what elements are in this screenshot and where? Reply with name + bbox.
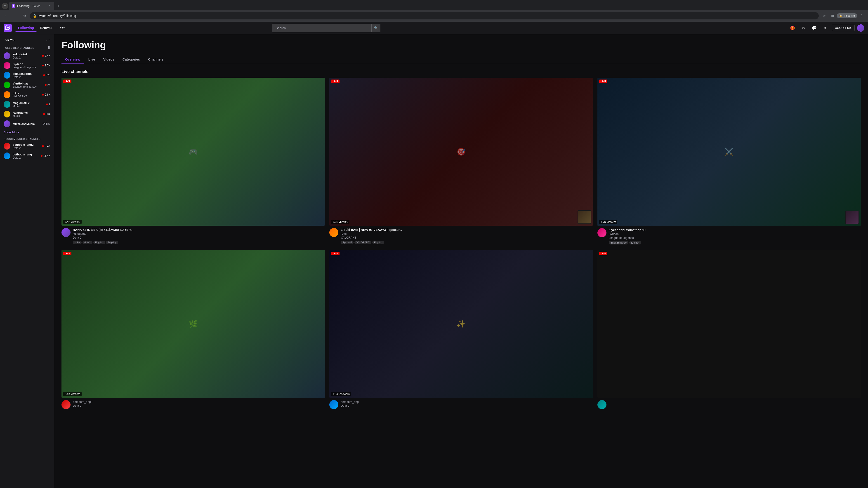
stream-category-sydeon[interactable]: League of Legends bbox=[609, 236, 861, 239]
tab-channels[interactable]: Channels bbox=[145, 55, 167, 64]
channel-item-mikarosemusic[interactable]: MikaRoseMusic Offline bbox=[1, 119, 53, 129]
channel-viewers-solapsapdota: 523 bbox=[43, 74, 51, 77]
channel-game-rayrachel: Music bbox=[13, 114, 41, 118]
channel-info-vanholiday: VanHoliday Escape from Tarkov bbox=[13, 82, 42, 88]
live-dot-rayrachel bbox=[43, 113, 45, 115]
stream-tag-tagalog[interactable]: Tagalog bbox=[106, 240, 119, 244]
stream-category-nats[interactable]: VALORANT bbox=[341, 236, 593, 239]
incognito-badge[interactable]: 🕵 Incognito bbox=[837, 13, 857, 18]
chat-button[interactable]: 💬 bbox=[810, 24, 818, 32]
stream-tag-english3[interactable]: English bbox=[629, 241, 641, 245]
channel-item-rayrachel[interactable]: RayRachel Music 804 bbox=[1, 109, 53, 119]
live-dot-nats bbox=[42, 94, 44, 96]
followed-channels-sort[interactable]: ⇅ bbox=[48, 46, 51, 50]
sidebar-collapse-button[interactable]: ↩ bbox=[46, 37, 50, 42]
live-dot-sydeon bbox=[42, 65, 44, 66]
live-channels-title: Live channels bbox=[61, 69, 861, 74]
stream-tag-english1[interactable]: English bbox=[93, 240, 105, 244]
for-you-item[interactable]: For You ↩ bbox=[1, 36, 53, 44]
channel-item-betboom-eng[interactable]: betboom_eng Dota 2 11.4K bbox=[1, 151, 53, 161]
forward-button[interactable]: → bbox=[12, 12, 19, 20]
stream-streamer-kukudota2[interactable]: kukudota2 bbox=[73, 232, 325, 235]
thumb-content-nats: 🎯 bbox=[329, 78, 593, 226]
avatar[interactable] bbox=[857, 24, 864, 32]
stream-category-betboom2[interactable]: Dota 2 bbox=[73, 404, 325, 408]
get-ad-free-button[interactable]: Get Ad-Free bbox=[832, 25, 855, 31]
channel-item-solapsapdota[interactable]: solapsapdota Dota 2 523 bbox=[1, 70, 53, 80]
refresh-button[interactable]: ↻ bbox=[21, 12, 28, 20]
channel-item-magic899tv[interactable]: Magic899TV Music 2 bbox=[1, 100, 53, 109]
tab-prev-button[interactable]: ▾ bbox=[2, 3, 8, 9]
nav-link-browse[interactable]: Browse bbox=[37, 24, 55, 32]
stream-card-betboom[interactable]: ✨ LIVE 11.4K viewers betboom_eng Dota 2 bbox=[329, 250, 593, 410]
bookmark-button[interactable]: ☆ bbox=[820, 12, 828, 20]
viewer-count-badge-kukudota2: 3.4K viewers bbox=[63, 220, 82, 224]
stream-category-kukudota2[interactable]: Dota 2 bbox=[73, 236, 325, 239]
stream-card-kukudota2[interactable]: 🎮 LIVE 3.4K viewers RANK 44 IN SEA :))) … bbox=[61, 78, 325, 245]
stream-card-betboom2[interactable]: 🌿 LIVE 3.4K viewers betboom_eng2 Dota 2 bbox=[61, 250, 325, 410]
stream-streamer-betboom[interactable]: betboom_eng bbox=[341, 400, 593, 403]
stream-avatar-betboom2 bbox=[61, 400, 70, 409]
stream-title-kukudota2: RANK 44 IN SEA :))) #11kMMRPLAYER... bbox=[73, 228, 325, 232]
stream-streamer-betboom2[interactable]: betboom_eng2 bbox=[73, 400, 325, 403]
followed-channels-title: FOLLOWED CHANNELS bbox=[4, 46, 34, 49]
nav-link-following[interactable]: Following bbox=[16, 24, 37, 32]
channel-viewers-betboom-eng: 11.4K bbox=[41, 154, 51, 158]
stream-streamer-sydeon[interactable]: Sydeon bbox=[609, 232, 861, 236]
tab-close-button[interactable]: × bbox=[48, 4, 52, 8]
crown-button[interactable]: ♦ bbox=[821, 24, 829, 32]
channel-info-sydeon: Sydeon League of Legends bbox=[13, 62, 40, 69]
channel-item-vanholiday[interactable]: VanHoliday Escape from Tarkov 25 bbox=[1, 80, 53, 90]
tab-categories[interactable]: Categories bbox=[119, 55, 144, 64]
stream-tag-russian[interactable]: Русский bbox=[341, 240, 353, 244]
stream-card-nats[interactable]: 🎯 LIVE 2.8K viewers Liquid nAts | NEW !G… bbox=[329, 78, 593, 245]
viewer-count-betboom-eng: 11.4K bbox=[43, 154, 51, 158]
stream-card-dark[interactable]: LIVE bbox=[597, 250, 861, 410]
message-button[interactable]: ✉ bbox=[799, 24, 807, 32]
channel-avatar-kukudota2 bbox=[4, 53, 10, 59]
address-bar[interactable]: 🔒 twitch.tv/directory/following bbox=[30, 12, 819, 20]
browser-menu-button[interactable]: ⋮ bbox=[858, 12, 865, 20]
stream-details-nats: Liquid nAts | NEW !GIVEAWAY | !розыг... … bbox=[341, 228, 593, 244]
stream-thumbnail-kukudota2: 🎮 LIVE 3.4K viewers bbox=[61, 78, 325, 226]
stream-tag-kuku[interactable]: kuku bbox=[73, 240, 82, 244]
stream-tag-english2[interactable]: English bbox=[372, 240, 384, 244]
search-button[interactable]: 🔍 bbox=[371, 24, 380, 32]
channel-avatar-rayrachel bbox=[4, 111, 10, 118]
channel-name-kukudota2: kukudota2 bbox=[13, 53, 40, 56]
channel-avatar-betboom-eng2 bbox=[4, 143, 10, 150]
channel-item-nats[interactable]: nAts VALORANT 2.8K bbox=[1, 90, 53, 99]
channel-item-sydeon[interactable]: Sydeon League of Legends 1.7K bbox=[1, 61, 53, 70]
tab-overview[interactable]: Overview bbox=[61, 55, 84, 64]
new-tab-button[interactable]: + bbox=[55, 3, 61, 9]
tab-videos[interactable]: Videos bbox=[100, 55, 118, 64]
back-button[interactable]: ← bbox=[3, 12, 10, 20]
stream-streamer-nats[interactable]: nAts bbox=[341, 232, 593, 235]
show-more-button[interactable]: Show More bbox=[0, 129, 54, 136]
nav-more-button[interactable]: ••• bbox=[59, 24, 66, 32]
twitch-app: Following Browse ••• 🔍 🎁 ✉ 💬 ♦ Get Ad-Fr… bbox=[0, 22, 868, 488]
stream-tag-dota2[interactable]: dota2 bbox=[83, 240, 92, 244]
top-nav: Following Browse ••• 🔍 🎁 ✉ 💬 ♦ Get Ad-Fr… bbox=[0, 22, 868, 34]
stream-tag-valorant[interactable]: VALORANT bbox=[354, 240, 371, 244]
channel-info-rayrachel: RayRachel Music bbox=[13, 111, 41, 118]
extensions-button[interactable]: ⊞ bbox=[829, 12, 836, 20]
facecam-nats bbox=[578, 210, 591, 224]
channel-item-betboom-eng2[interactable]: betboom_eng2 Dota 2 3.4K bbox=[1, 141, 53, 151]
incognito-icon: 🕵 bbox=[839, 14, 842, 18]
channel-name-betboom-eng: betboom_eng bbox=[13, 153, 38, 156]
channel-avatar-sydeon bbox=[4, 62, 10, 69]
active-tab[interactable]: Following - Twitch × bbox=[9, 2, 54, 10]
stream-card-sydeon[interactable]: ⚔️ LIVE 1.7K viewers 5:30:54 5 year anni… bbox=[597, 78, 861, 245]
search-input[interactable] bbox=[272, 24, 380, 32]
stream-category-betboom[interactable]: Dota 2 bbox=[341, 404, 593, 408]
twitch-logo[interactable] bbox=[4, 24, 12, 32]
channel-item-kukudota2[interactable]: kukudota2 Dota 2 3.4K bbox=[1, 51, 53, 61]
stream-details-betboom: betboom_eng Dota 2 bbox=[341, 400, 593, 409]
channel-avatar-mikarosemusic bbox=[4, 121, 10, 127]
channel-name-vanholiday: VanHoliday bbox=[13, 82, 42, 85]
stream-thumbnail-nats: 🎯 LIVE 2.8K viewers bbox=[329, 78, 593, 226]
stream-tag-blackbrilliance[interactable]: BlackBrilliance bbox=[609, 241, 629, 245]
tab-live[interactable]: Live bbox=[85, 55, 99, 64]
gift-button[interactable]: 🎁 bbox=[788, 24, 797, 32]
